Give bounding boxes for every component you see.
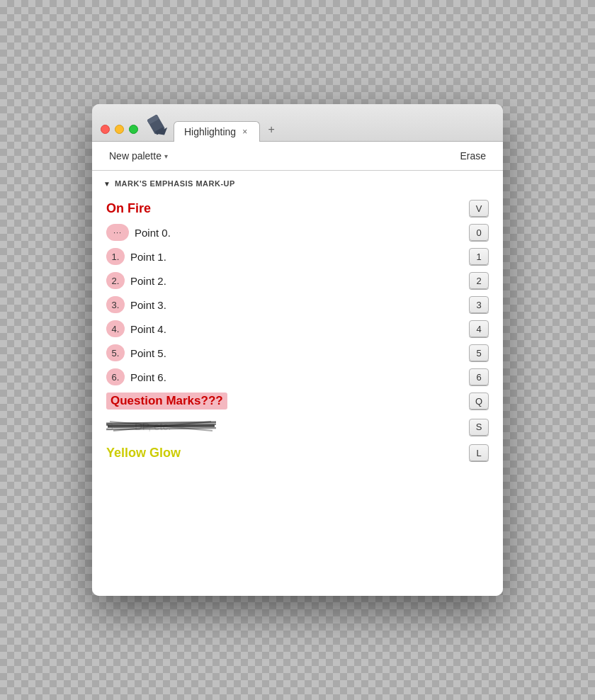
palette-item-point-5: 5. Point 5. 5 bbox=[103, 341, 492, 365]
shortcut-key-l[interactable]: L bbox=[469, 444, 489, 461]
shortcut-key-1[interactable]: 1 bbox=[469, 248, 489, 265]
palette-item-point-6: 6. Point 6. 6 bbox=[103, 365, 492, 389]
app-icon-area bbox=[145, 111, 171, 141]
shortcut-key-2[interactable]: 2 bbox=[469, 272, 489, 289]
bullet-num-2: 2. bbox=[106, 272, 125, 289]
point-6-label: 6. Point 6. bbox=[106, 368, 166, 385]
bullet-num-6: 6. bbox=[106, 368, 125, 385]
point-0-text: Point 0. bbox=[135, 227, 171, 239]
shortcut-key-5[interactable]: 5 bbox=[469, 344, 489, 361]
new-palette-button[interactable]: New palette ▾ bbox=[103, 147, 174, 164]
bullet-dots-icon: ··· bbox=[106, 224, 129, 241]
scribble-label: S——DP, etc. bbox=[106, 417, 220, 437]
section-title: MARK'S EMPHASIS MARK-UP bbox=[115, 179, 235, 188]
highlighting-tab[interactable]: Highlighting × bbox=[174, 121, 260, 142]
shortcut-key-0[interactable]: 0 bbox=[469, 224, 489, 241]
palette-item-point-4: 4. Point 4. 4 bbox=[103, 317, 492, 341]
point-5-text: Point 5. bbox=[130, 347, 166, 359]
highlighter-icon bbox=[145, 111, 171, 137]
dropdown-arrow-icon: ▾ bbox=[164, 152, 168, 160]
on-fire-text: On Fire bbox=[106, 201, 151, 216]
point-3-label: 3. Point 3. bbox=[106, 296, 166, 313]
point-5-label: 5. Point 5. bbox=[106, 344, 166, 361]
point-4-text: Point 4. bbox=[130, 323, 166, 335]
palette-item-yellow-glow: Yellow Glow L bbox=[103, 441, 492, 465]
point-0-label: ··· Point 0. bbox=[106, 224, 171, 241]
shortcut-key-4[interactable]: 4 bbox=[469, 320, 489, 337]
window-controls bbox=[101, 125, 138, 141]
shortcut-key-q[interactable]: Q bbox=[469, 393, 489, 410]
palette-item-point-2: 2. Point 2. 2 bbox=[103, 269, 492, 293]
new-palette-label: New palette bbox=[109, 150, 162, 162]
point-4-label: 4. Point 4. bbox=[106, 320, 166, 337]
point-2-label: 2. Point 2. bbox=[106, 272, 166, 289]
yellow-glow-label: Yellow Glow bbox=[106, 446, 181, 461]
erase-button[interactable]: Erase bbox=[454, 147, 492, 164]
bullet-num-4: 4. bbox=[106, 320, 125, 337]
question-marks-label: Question Marks??? bbox=[106, 393, 227, 410]
shortcut-key-s[interactable]: S bbox=[469, 419, 489, 436]
palette-item-scribble: S——DP, etc. S bbox=[103, 413, 492, 441]
point-2-text: Point 2. bbox=[130, 275, 166, 287]
bullet-num-5: 5. bbox=[106, 344, 125, 361]
tab-close-button[interactable]: × bbox=[240, 126, 249, 137]
palette-item-question-marks: Question Marks??? Q bbox=[103, 389, 492, 413]
palette-content: ▼ MARK'S EMPHASIS MARK-UP On Fire V ··· … bbox=[92, 171, 503, 596]
shortcut-key-v[interactable]: V bbox=[469, 200, 489, 217]
palette-item-point-1: 1. Point 1. 1 bbox=[103, 244, 492, 269]
point-6-text: Point 6. bbox=[130, 371, 166, 383]
bullet-num-3: 3. bbox=[106, 296, 125, 313]
palette-item-on-fire: On Fire V bbox=[103, 196, 492, 220]
on-fire-label: On Fire bbox=[106, 201, 151, 216]
tabs-area: Highlighting × + bbox=[174, 120, 494, 141]
shortcut-key-3[interactable]: 3 bbox=[469, 296, 489, 313]
close-button[interactable] bbox=[101, 125, 110, 134]
scribble-svg: S——DP, etc. bbox=[106, 417, 220, 435]
toolbar: New palette ▾ Erase bbox=[92, 142, 503, 171]
app-window: Highlighting × + New palette ▾ Erase ▼ M… bbox=[92, 104, 503, 596]
palette-item-point-3: 3. Point 3. 3 bbox=[103, 293, 492, 317]
yellow-glow-text: Yellow Glow bbox=[106, 446, 181, 461]
maximize-button[interactable] bbox=[129, 125, 138, 134]
bullet-num-1: 1. bbox=[106, 248, 125, 265]
minimize-button[interactable] bbox=[115, 125, 124, 134]
point-1-label: 1. Point 1. bbox=[106, 248, 166, 265]
new-tab-button[interactable]: + bbox=[263, 121, 280, 138]
scribble-text: S——DP, etc. bbox=[106, 417, 220, 437]
title-bar: Highlighting × + bbox=[92, 104, 503, 142]
section-header: ▼ MARK'S EMPHASIS MARK-UP bbox=[103, 179, 492, 188]
point-1-text: Point 1. bbox=[130, 251, 166, 263]
svg-line-10 bbox=[106, 424, 216, 425]
point-3-text: Point 3. bbox=[130, 299, 166, 311]
section-collapse-arrow[interactable]: ▼ bbox=[103, 180, 110, 188]
question-marks-text: Question Marks??? bbox=[106, 393, 227, 410]
palette-item-point-0: ··· Point 0. 0 bbox=[103, 220, 492, 244]
tab-label: Highlighting bbox=[184, 126, 236, 137]
shortcut-key-6[interactable]: 6 bbox=[469, 368, 489, 385]
